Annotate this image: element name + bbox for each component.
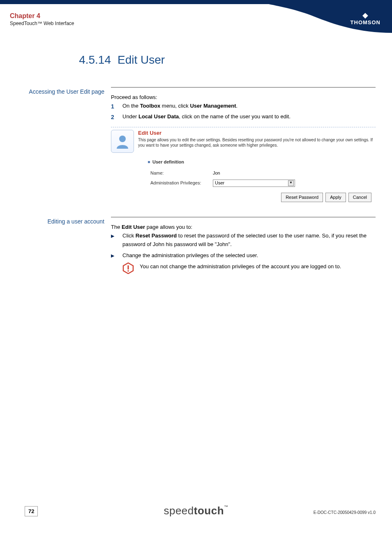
step-1: 1 On the Toolbox menu, click User Manage… [111, 102, 376, 111]
arrow-icon: ▶ [111, 251, 122, 260]
main-content: 4.5.14 Edit User Accessing the User Edit… [0, 33, 392, 274]
logo-tm: ™ [224, 504, 228, 509]
warning-callout: You can not change the administration pr… [122, 263, 376, 274]
priv-cell: User ▼ [211, 179, 375, 188]
table-row: Administration Privileges: User ▼ [149, 179, 375, 188]
logo-bold: touch [194, 504, 224, 517]
shot-header-row: Edit User This page allows you to edit t… [111, 130, 376, 153]
priv-label: Administration Privileges: [149, 179, 210, 188]
warning-icon [122, 263, 134, 274]
select-value: User [215, 180, 224, 187]
step-marker: 1 [111, 102, 122, 111]
svg-rect-2 [128, 265, 129, 269]
table-row: Name: Jon [149, 169, 375, 178]
user-def-heading: User definition [148, 159, 376, 166]
brand-logo: ◆ THOMSON [350, 12, 380, 25]
brand-swoosh: ◆ THOMSON [269, 4, 392, 33]
li2-text: Change the administration privileges of … [122, 251, 258, 260]
block-editing: Editing a user account The Edit User pag… [16, 217, 376, 274]
top-bar [0, 0, 392, 4]
body-editing: The Edit User page allows you to: ▶ Clic… [111, 217, 376, 274]
proceed-text: Proceed as follows: [111, 93, 376, 102]
aside-accessing: Accessing the User Edit page [16, 87, 111, 205]
li1-text: Click Reset Password to reset the passwo… [122, 232, 376, 249]
reset-password-button[interactable]: Reset Password [281, 193, 323, 203]
bullet-icon [148, 161, 150, 163]
step-2: 2 Under Local User Data, click on the na… [111, 113, 376, 122]
body-accessing: Proceed as follows: 1 On the Toolbox men… [111, 87, 376, 205]
thomson-icon: ◆ [350, 12, 380, 19]
editing-list: ▶ Click Reset Password to reset the pass… [111, 232, 376, 260]
doc-code: E-DOC-CTC-20050429-0099 v1.0 [314, 510, 376, 515]
list-item: ▶ Click Reset Password to reset the pass… [111, 232, 376, 249]
chevron-down-icon: ▼ [288, 180, 294, 186]
cancel-button[interactable]: Cancel [348, 193, 371, 203]
section-title: Edit User [118, 53, 165, 67]
step-1-text: On the Toolbox menu, click User Manageme… [122, 102, 238, 111]
rule [111, 217, 376, 217]
brand-name: THOMSON [350, 20, 380, 25]
aside-editing: Editing a user account [16, 217, 111, 274]
user-def-label: User definition [152, 159, 184, 166]
page-number: 72 [25, 506, 38, 516]
logo-light: speed [164, 504, 194, 517]
edit-user-screenshot: Edit User This page allows you to edit t… [111, 127, 376, 203]
block-accessing: Accessing the User Edit page Proceed as … [16, 87, 376, 205]
svg-rect-3 [128, 270, 129, 272]
page-header: Chapter 4 SpeedTouch™ Web Interface ◆ TH… [0, 4, 392, 33]
section-number: 4.5.14 [74, 53, 111, 67]
user-icon [111, 130, 134, 153]
list-item: ▶ Change the administration privileges o… [111, 251, 376, 260]
user-def-table: Name: Jon Administration Privileges: Use… [148, 168, 376, 189]
shot-title: Edit User [138, 130, 376, 137]
section-heading: 4.5.14 Edit User [74, 53, 376, 67]
name-label: Name: [149, 169, 210, 178]
page-footer: 72 speedtouch™ E-DOC-CTC-20050429-0099 v… [0, 500, 392, 525]
apply-button[interactable]: Apply [325, 193, 346, 203]
name-value: Jon [211, 169, 375, 178]
arrow-icon: ▶ [111, 232, 122, 249]
footer-logo: speedtouch™ [164, 504, 228, 517]
svg-point-0 [119, 136, 126, 142]
warning-text: You can not change the administration pr… [140, 263, 341, 274]
step-marker: 2 [111, 113, 122, 122]
privileges-select[interactable]: User ▼ [213, 180, 295, 187]
intro-editing: The Edit User page allows you to: [111, 223, 376, 232]
user-definition: User definition Name: Jon Administration… [148, 159, 376, 203]
shot-text: Edit User This page allows you to edit t… [138, 130, 376, 153]
shot-desc: This page allows you to edit the user se… [138, 137, 376, 148]
step-2-text: Under Local User Data, click on the name… [122, 113, 291, 122]
rule [111, 87, 376, 88]
steps-list: 1 On the Toolbox menu, click User Manage… [111, 102, 376, 122]
button-row: Reset Password Apply Cancel [148, 193, 376, 203]
